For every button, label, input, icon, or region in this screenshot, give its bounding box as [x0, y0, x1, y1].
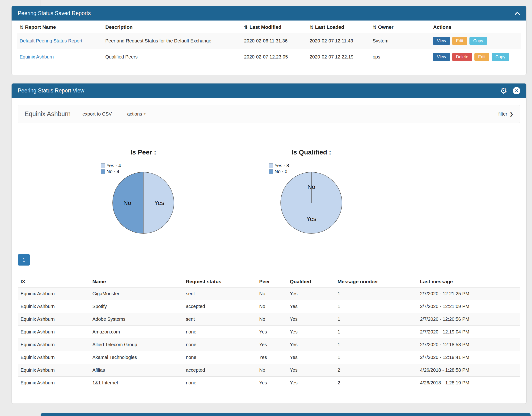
result-row: Equinix AshburnAfiliasacceptedNoYes24/26…: [18, 364, 520, 377]
ix-cell: Equinix Ashburn: [18, 351, 89, 364]
report-view-panel-header: Peering Status Report View ⚙ ✕: [11, 84, 526, 98]
chart-legend: Yes - 8No - 0: [269, 163, 289, 175]
qualified-cell: Yes: [287, 377, 335, 389]
copy-button[interactable]: Copy: [469, 37, 487, 45]
description-cell: Peer and Request Status for the Default …: [102, 33, 241, 49]
last-message-cell: 2/7/2020 - 12:21:25 PM: [417, 287, 521, 300]
saved-report-row: Equinix AshburnQualified Peers2020-02-07…: [17, 49, 521, 65]
last-loaded-cell: 2020-02-07 12:11:43: [307, 33, 370, 49]
qualified-cell: Yes: [287, 338, 335, 351]
qualified-cell: Yes: [287, 300, 335, 313]
settings-gear-icon[interactable]: ⚙: [500, 87, 507, 95]
last-message-cell: 4/26/2018 - 1:28:58 PM: [417, 364, 521, 377]
view-button[interactable]: View: [433, 37, 450, 45]
report-view-title: Peering Status Report View: [18, 87, 84, 94]
saved-reports-body: ⇅Report NameDescription⇅Last Modified⇅La…: [11, 20, 526, 70]
ix-cell: Equinix Ashburn: [18, 338, 89, 351]
column-header-last-message: Last message: [417, 275, 521, 287]
report-name-link[interactable]: Equinix Ashburn: [19, 54, 54, 59]
ix-cell: Equinix Ashburn: [18, 326, 89, 338]
report-name-heading: Equinix Ashburn: [25, 110, 71, 118]
peer-cell: Yes: [256, 351, 287, 364]
filter-toggle[interactable]: filter ❯: [498, 111, 513, 117]
ix-cell: Equinix Ashburn: [18, 313, 89, 326]
filter-label: filter: [498, 111, 507, 117]
saved-reports-panel-header: Peering Status Saved Reports: [11, 6, 526, 20]
last-message-cell: 4/26/2018 - 1:28:19 PM: [417, 377, 521, 389]
close-icon[interactable]: ✕: [513, 87, 520, 94]
actions-cell: ViewEditCopy: [430, 33, 521, 49]
message-number-cell: 1: [335, 287, 417, 300]
request-status-cell: none: [183, 338, 256, 351]
column-header-last-loaded[interactable]: ⇅Last Loaded: [307, 20, 370, 33]
pie-slice-label: Yes: [154, 199, 164, 206]
request-status-cell: none: [183, 377, 256, 389]
peer-cell: No: [256, 364, 287, 377]
results-rows: Equinix AshburnGigaMonstersentNoYes12/7/…: [18, 287, 520, 389]
qualified-cell: Yes: [287, 351, 335, 364]
column-header-qualified: Qualified: [287, 275, 335, 287]
report-view-panel: Peering Status Report View ⚙ ✕ Equinix A…: [11, 83, 527, 404]
sort-icon: ⇅: [310, 25, 313, 30]
peer-cell: No: [256, 300, 287, 313]
name-cell: 1&1 Internet: [89, 377, 183, 389]
delete-button[interactable]: Delete: [452, 53, 472, 61]
name-cell: Allied Telecom Group: [89, 338, 183, 351]
column-header-last-modified[interactable]: ⇅Last Modified: [241, 20, 307, 33]
edit-button[interactable]: Edit: [474, 53, 489, 61]
view-button[interactable]: View: [433, 53, 450, 61]
peer-cell: No: [256, 287, 287, 300]
column-label: Description: [105, 24, 133, 30]
column-label: Actions: [433, 24, 451, 30]
request-status-cell: accepted: [183, 300, 256, 313]
export-csv-link[interactable]: export to CSV: [82, 111, 112, 117]
name-cell: Amazon.com: [89, 326, 183, 338]
legend-item: No - 4: [101, 169, 121, 175]
message-number-cell: 1: [335, 313, 417, 326]
actions-menu-link[interactable]: actions +: [127, 111, 146, 117]
actions-cell: ViewDeleteEditCopy: [430, 49, 521, 65]
request-status-cell: sent: [183, 313, 256, 326]
sort-icon: ⇅: [244, 25, 248, 30]
column-header-ix: IX: [18, 275, 89, 287]
name-cell: GigaMonster: [89, 287, 183, 300]
result-row: Equinix AshburnAdobe SystemssentNoYes12/…: [18, 313, 520, 326]
pie-slice-label: No: [124, 199, 131, 206]
column-header-owner[interactable]: ⇅Owner: [370, 20, 430, 33]
last-message-cell: 2/7/2020 - 12:18:58 PM: [417, 338, 521, 351]
request-status-cell: sent: [183, 287, 256, 300]
name-cell: Adobe Systems: [89, 313, 183, 326]
column-header-peer: Peer: [256, 275, 287, 287]
column-header-report-name[interactable]: ⇅Report Name: [17, 20, 102, 33]
last-message-cell: 2/7/2020 - 12:20:56 PM: [417, 313, 521, 326]
copy-button[interactable]: Copy: [492, 53, 509, 61]
collapse-chevron-up-icon[interactable]: [514, 11, 520, 15]
column-label: Owner: [378, 24, 393, 30]
owner-cell: System: [370, 33, 430, 49]
request-status-cell: none: [183, 351, 256, 364]
report-name-link[interactable]: Default Peering Status Report: [19, 38, 82, 43]
results-table: IXNameRequest statusPeerQualifiedMessage…: [18, 275, 520, 389]
message-number-cell: 1: [335, 351, 417, 364]
legend-item: No - 0: [269, 169, 289, 175]
edit-button[interactable]: Edit: [452, 37, 467, 45]
peer-cell: No: [256, 313, 287, 326]
column-label: Last Modified: [250, 24, 281, 30]
pie-chart-is-qualified: Is Qualified :Yes - 8No - 0YesNo: [229, 149, 394, 235]
result-row: Equinix AshburnGigaMonstersentNoYes12/7/…: [18, 287, 520, 300]
ix-cell: Equinix Ashburn: [18, 287, 89, 300]
page-1-button[interactable]: 1: [18, 254, 30, 265]
legend-item: Yes - 4: [101, 163, 121, 169]
legend-label: No - 0: [274, 169, 287, 174]
legend-swatch: [101, 169, 105, 174]
sort-icon: ⇅: [19, 25, 23, 30]
last-modified-cell: 2020-02-07 12:23:05: [241, 49, 307, 65]
result-row: Equinix AshburnAmazon.comnoneYesYes12/7/…: [18, 326, 520, 338]
chart-title: Is Peer :: [61, 149, 226, 158]
qualified-cell: Yes: [287, 287, 335, 300]
page: Peering Status Saved Reports ⇅Report Nam…: [0, 0, 532, 416]
next-panel-header-partial: [41, 413, 531, 416]
column-label: Last Loaded: [315, 24, 344, 30]
last-message-cell: 2/7/2020 - 12:18:41 PM: [417, 351, 521, 364]
ix-cell: Equinix Ashburn: [18, 364, 89, 377]
